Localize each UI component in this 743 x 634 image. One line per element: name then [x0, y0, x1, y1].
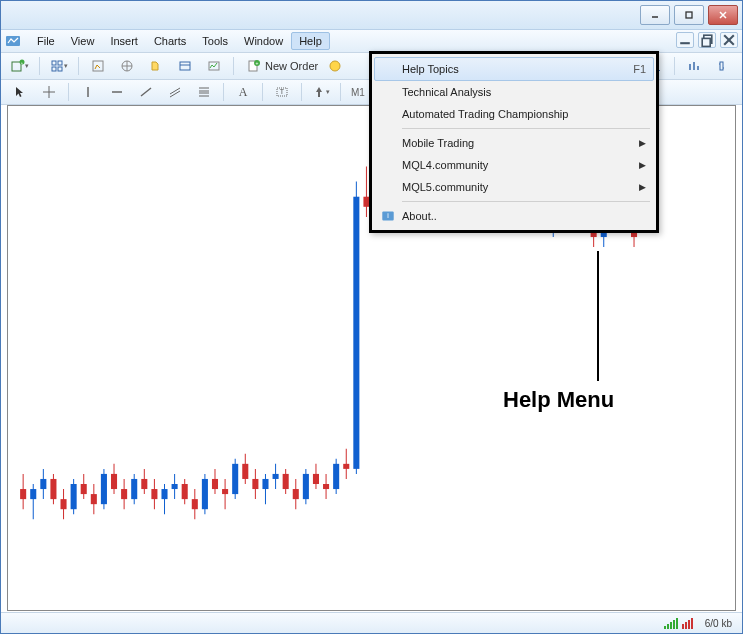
svg-rect-118: [343, 464, 349, 469]
mdi-close-button[interactable]: [720, 32, 738, 48]
help-menu-item[interactable]: Automated Trading Championship: [374, 103, 654, 125]
svg-line-18: [95, 65, 97, 69]
trendline-button[interactable]: [133, 81, 159, 103]
svg-rect-68: [91, 494, 97, 504]
menu-view[interactable]: View: [63, 32, 103, 50]
separator: [233, 57, 234, 75]
statusbar: 6/0 kb: [1, 612, 742, 633]
menu-item-label: MQL4.community: [402, 159, 488, 171]
crosshair-button[interactable]: [36, 81, 62, 103]
data-window-button[interactable]: [143, 55, 169, 77]
svg-rect-104: [273, 474, 279, 479]
help-dropdown: Help TopicsF1Technical AnalysisAutomated…: [369, 51, 659, 233]
new-order-button[interactable]: + New Order: [240, 55, 325, 77]
svg-rect-78: [141, 479, 147, 489]
menu-separator: [402, 201, 650, 202]
menu-charts[interactable]: Charts: [146, 32, 194, 50]
connection-icon: [664, 617, 693, 629]
strategy-tester-button[interactable]: [201, 55, 227, 77]
menu-separator: [402, 128, 650, 129]
navigator-button[interactable]: [114, 55, 140, 77]
svg-rect-54: [20, 489, 26, 499]
autotrading-icon: [328, 59, 342, 73]
svg-rect-70: [101, 474, 107, 504]
help-menu-item[interactable]: Technical Analysis: [374, 81, 654, 103]
submenu-arrow-icon: ▶: [639, 160, 646, 170]
vertical-line-button[interactable]: [75, 81, 101, 103]
chart-tool-button[interactable]: [681, 55, 707, 77]
svg-rect-58: [40, 479, 46, 489]
help-menu-item[interactable]: iAbout..: [374, 205, 654, 227]
separator: [223, 83, 224, 101]
chart-tool-button[interactable]: [710, 55, 736, 77]
submenu-arrow-icon: ▶: [639, 138, 646, 148]
help-menu-item[interactable]: MQL4.community▶: [374, 154, 654, 176]
annotation-line: [597, 251, 599, 381]
svg-rect-94: [222, 489, 228, 494]
market-watch-button[interactable]: [85, 55, 111, 77]
cursor-button[interactable]: [7, 81, 33, 103]
svg-text:T: T: [280, 88, 285, 95]
svg-rect-37: [720, 62, 723, 70]
timeframe-label[interactable]: M1: [347, 87, 369, 98]
profiles-button[interactable]: ▾: [46, 55, 72, 77]
text-label-button[interactable]: T: [269, 81, 295, 103]
svg-rect-96: [232, 464, 238, 494]
svg-line-45: [170, 88, 180, 94]
svg-rect-10: [12, 62, 21, 71]
svg-rect-56: [30, 489, 36, 499]
svg-text:+: +: [256, 60, 259, 66]
mdi-minimize-button[interactable]: [676, 32, 694, 48]
new-chart-button[interactable]: +▾: [7, 55, 33, 77]
app-window: File View Insert Charts Tools Window Hel…: [0, 0, 743, 634]
svg-rect-64: [71, 484, 77, 509]
svg-rect-90: [202, 479, 208, 509]
svg-rect-7: [702, 38, 710, 46]
svg-rect-16: [58, 67, 62, 71]
svg-rect-92: [212, 479, 218, 489]
minimize-button[interactable]: [640, 5, 670, 25]
separator: [39, 57, 40, 75]
svg-rect-66: [81, 484, 87, 494]
svg-rect-62: [61, 499, 67, 509]
mdi-controls: [676, 32, 738, 48]
menu-tools[interactable]: Tools: [194, 32, 236, 50]
help-menu-item[interactable]: Mobile Trading▶: [374, 132, 654, 154]
help-menu-item[interactable]: MQL5.community▶: [374, 176, 654, 198]
terminal-button[interactable]: [172, 55, 198, 77]
menu-item-label: Help Topics: [402, 63, 459, 75]
arrows-button[interactable]: ▾: [308, 81, 334, 103]
menu-window[interactable]: Window: [236, 32, 291, 50]
svg-rect-84: [172, 484, 178, 489]
menu-file[interactable]: File: [29, 32, 63, 50]
svg-line-19: [97, 65, 100, 68]
fibonacci-button[interactable]: [191, 81, 217, 103]
svg-rect-15: [52, 67, 56, 71]
separator: [68, 83, 69, 101]
menu-insert[interactable]: Insert: [102, 32, 146, 50]
svg-rect-102: [262, 479, 268, 489]
svg-rect-13: [52, 61, 56, 65]
svg-rect-72: [111, 474, 117, 489]
svg-rect-114: [323, 484, 329, 489]
channel-button[interactable]: [162, 81, 188, 103]
separator: [340, 83, 341, 101]
about-icon: i: [380, 208, 396, 224]
app-icon: [5, 33, 21, 49]
svg-rect-74: [121, 489, 127, 499]
submenu-arrow-icon: ▶: [639, 182, 646, 192]
svg-point-29: [330, 61, 340, 71]
menu-help[interactable]: Help: [291, 32, 330, 50]
separator: [78, 57, 79, 75]
help-menu-item[interactable]: Help TopicsF1: [374, 57, 654, 81]
svg-rect-116: [333, 464, 339, 489]
svg-rect-25: [209, 62, 219, 70]
svg-rect-86: [182, 484, 188, 499]
horizontal-line-button[interactable]: [104, 81, 130, 103]
menu-item-label: Technical Analysis: [402, 86, 491, 98]
text-button[interactable]: A: [230, 81, 256, 103]
mdi-restore-button[interactable]: [698, 32, 716, 48]
maximize-button[interactable]: [674, 5, 704, 25]
menu-item-label: Mobile Trading: [402, 137, 474, 149]
close-button[interactable]: [708, 5, 738, 25]
